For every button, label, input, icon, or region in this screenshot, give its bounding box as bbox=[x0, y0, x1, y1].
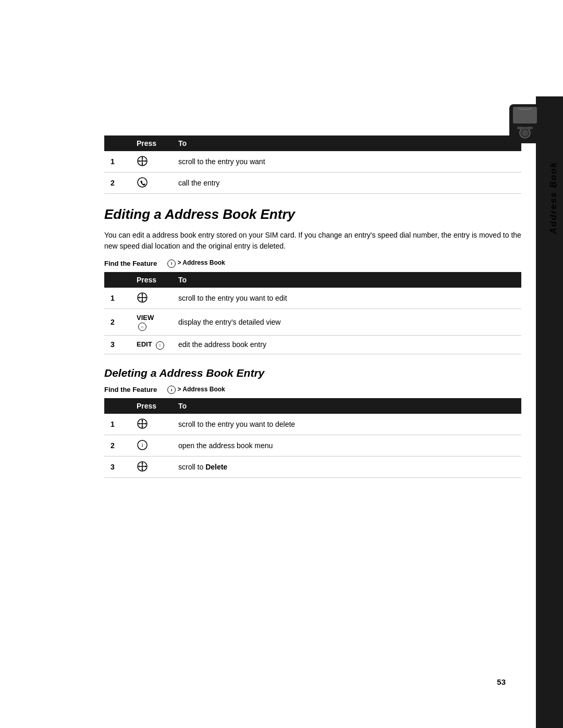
col-num bbox=[104, 398, 130, 414]
phone-send-icon bbox=[137, 177, 148, 188]
row-desc: scroll to the entry you want to delete bbox=[172, 414, 521, 435]
row-desc: scroll to the entry you want bbox=[172, 151, 521, 172]
row-desc: display the entry's detailed view bbox=[172, 309, 521, 336]
row-desc: scroll to the entry you want to edit bbox=[172, 288, 521, 309]
row-desc: call the entry bbox=[172, 172, 521, 194]
deleting-table: Press To 1 bbox=[104, 398, 521, 478]
table-row: 3 bbox=[104, 456, 521, 478]
phone-icon-container bbox=[507, 104, 543, 147]
deleting-section-title: Deleting a Address Book Entry bbox=[104, 367, 521, 379]
row-icon bbox=[130, 288, 172, 309]
row-num: 1 bbox=[104, 288, 130, 309]
row-icon bbox=[130, 172, 172, 194]
table-row: 2 call the entry bbox=[104, 172, 521, 194]
view-label: VIEW bbox=[137, 314, 154, 322]
col-header-to: To bbox=[172, 135, 521, 151]
row-icon: i bbox=[130, 435, 172, 456]
row-icon bbox=[130, 414, 172, 435]
row-desc: edit the address book entry bbox=[172, 336, 521, 354]
svg-text:i: i bbox=[142, 442, 143, 448]
editing-section-description: You can edit a address book entry stored… bbox=[104, 230, 521, 252]
svg-point-3 bbox=[522, 130, 528, 136]
row-desc: open the address book menu bbox=[172, 435, 521, 456]
row-num: 2 bbox=[104, 309, 130, 336]
col-to: To bbox=[172, 272, 521, 288]
svg-rect-4 bbox=[517, 127, 523, 129]
row-num: 1 bbox=[104, 414, 130, 435]
table-row: 1 bbox=[104, 288, 521, 309]
menu-icon: i bbox=[167, 260, 176, 268]
col-header-press: Press bbox=[130, 135, 172, 151]
delete-bold: Delete bbox=[205, 463, 227, 471]
call-entry-table: Press To 1 bbox=[104, 135, 521, 194]
editing-table: Press To 1 bbox=[104, 272, 521, 354]
editing-find-feature: Find the Feature i > Address Book bbox=[104, 259, 521, 268]
row-press: EDIT ○ bbox=[130, 336, 172, 354]
table-row: 1 bbox=[104, 414, 521, 435]
row-num: 1 bbox=[104, 151, 130, 172]
edit-label: EDIT bbox=[137, 340, 152, 348]
find-feature-value-2: i > Address Book bbox=[167, 386, 225, 394]
phone-icon bbox=[507, 104, 543, 146]
find-feature-label-2: Find the Feature bbox=[104, 386, 157, 393]
page-number: 53 bbox=[497, 677, 506, 686]
cross-icon bbox=[137, 155, 148, 167]
row-num: 2 bbox=[104, 172, 130, 194]
col-to: To bbox=[172, 398, 521, 414]
editing-section-title: Editing a Address Book Entry bbox=[104, 206, 521, 223]
row-icon bbox=[130, 151, 172, 172]
col-num bbox=[104, 272, 130, 288]
circle-icon: ○ bbox=[138, 323, 146, 331]
row-desc: scroll to Delete bbox=[172, 456, 521, 478]
main-content: Press To 1 bbox=[0, 0, 563, 728]
find-feature-value: i > Address Book bbox=[167, 259, 225, 268]
row-num: 3 bbox=[104, 456, 130, 478]
table-row: 3 EDIT ○ edit the address book entry bbox=[104, 336, 521, 354]
col-header-num bbox=[104, 135, 130, 151]
row-num: 3 bbox=[104, 336, 130, 354]
table-row: 2 i open the address book menu bbox=[104, 435, 521, 456]
row-num: 2 bbox=[104, 435, 130, 456]
cross-icon-3 bbox=[137, 461, 148, 472]
row-icon bbox=[130, 456, 172, 478]
cross-icon bbox=[137, 292, 148, 303]
deleting-find-feature: Find the Feature i > Address Book bbox=[104, 386, 521, 394]
menu-icon-2: i bbox=[167, 386, 176, 394]
row-press: VIEW ○ bbox=[130, 309, 172, 336]
menu-icon-circle: i bbox=[137, 439, 148, 451]
cross-icon bbox=[137, 418, 148, 429]
col-press: Press bbox=[130, 398, 172, 414]
circle-icon: ○ bbox=[156, 341, 164, 350]
page-container: Address Book Press To 1 bbox=[0, 0, 563, 728]
find-feature-label: Find the Feature bbox=[104, 260, 157, 267]
table-row: 1 bbox=[104, 151, 521, 172]
svg-rect-5 bbox=[527, 127, 533, 129]
col-press: Press bbox=[130, 272, 172, 288]
table-row: 2 VIEW ○ display the entry's detailed vi… bbox=[104, 309, 521, 336]
